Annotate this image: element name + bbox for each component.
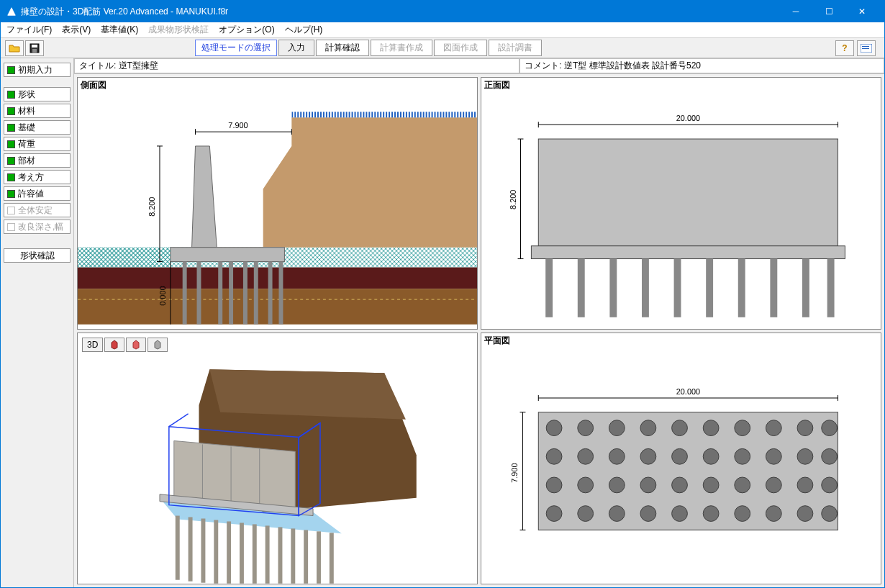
card-icon <box>861 44 872 53</box>
view-3d[interactable]: 3D <box>77 333 478 585</box>
sidebar-foundation[interactable]: 基礎 <box>4 120 71 135</box>
view-front[interactable]: 正面図 20.000 8.200 <box>481 77 881 330</box>
svg-point-99 <box>546 477 562 493</box>
svg-point-88 <box>822 420 838 435</box>
svg-point-92 <box>640 448 656 464</box>
svg-point-106 <box>766 477 781 493</box>
dim-plan-height: 7.900 <box>510 463 519 482</box>
menu-verify: 成果物形状検証 <box>148 24 209 36</box>
sidebar-shape[interactable]: 形状 <box>4 87 71 101</box>
svg-rect-32 <box>538 139 838 246</box>
view-front-label: 正面図 <box>484 79 510 91</box>
info-button[interactable] <box>857 40 876 56</box>
svg-point-79 <box>546 420 562 435</box>
mode-label: 処理モードの選択 <box>195 40 277 56</box>
sidebar-improve: 改良深さ,幅 <box>4 220 71 234</box>
cube-red-icon <box>109 340 119 350</box>
svg-point-83 <box>672 420 688 435</box>
svg-point-91 <box>609 448 625 464</box>
menu-view[interactable]: 表示(V) <box>62 24 91 36</box>
svg-point-117 <box>797 505 813 521</box>
svg-point-86 <box>766 420 781 435</box>
svg-point-100 <box>578 477 594 493</box>
svg-marker-54 <box>209 369 406 419</box>
maximize-button[interactable]: ☐ <box>812 1 845 22</box>
dim-front-height: 8.200 <box>509 190 517 209</box>
info-row: タイトル: 逆T型擁壁 コメント: 逆T型 標準設計数値表 設計番号520 <box>74 58 884 74</box>
svg-marker-52 <box>155 340 160 349</box>
3d-view3-button[interactable] <box>148 338 168 352</box>
3d-view1-button[interactable] <box>104 338 124 352</box>
toolbar: 処理モードの選択 入力 計算確認 計算書作成 図面作成 設計調書 ? <box>1 38 884 58</box>
svg-point-109 <box>546 505 562 521</box>
view-side[interactable]: 側面図 <box>77 77 478 330</box>
svg-point-90 <box>578 448 594 464</box>
mode-input[interactable]: 入力 <box>278 40 314 56</box>
menu-file[interactable]: ファイル(F) <box>6 24 52 36</box>
sidebar-confirm[interactable]: 形状確認 <box>4 248 71 263</box>
minimize-button[interactable]: ─ <box>779 1 812 22</box>
floppy-icon <box>30 43 40 53</box>
svg-point-98 <box>822 448 838 464</box>
svg-point-116 <box>766 505 781 521</box>
menu-criteria[interactable]: 基準値(K) <box>101 24 138 36</box>
view-plan[interactable]: 平面図 20.000 7.900 <box>481 333 881 585</box>
svg-point-97 <box>797 448 813 464</box>
svg-point-93 <box>672 448 688 464</box>
svg-point-87 <box>797 420 813 435</box>
titlebar: 擁壁の設計・3D配筋 Ver.20 Advanced - MANUKUI.f8r… <box>1 1 884 22</box>
svg-point-115 <box>735 505 750 521</box>
title-value: 逆T型擁壁 <box>119 60 158 72</box>
svg-point-102 <box>640 477 656 493</box>
title-label: タイトル: <box>79 60 116 72</box>
svg-marker-51 <box>133 340 139 349</box>
comment-value: 逆T型 標準設計数値表 設計番号520 <box>564 60 701 72</box>
svg-point-118 <box>822 505 838 521</box>
svg-point-111 <box>609 505 625 521</box>
save-button[interactable] <box>25 40 44 56</box>
svg-point-85 <box>735 420 750 435</box>
dim-side-width: 7.900 <box>228 121 248 130</box>
svg-marker-11 <box>196 117 477 258</box>
sidebar-global: 全体安定 <box>4 203 71 217</box>
window-title: 擁壁の設計・3D配筋 Ver.20 Advanced - MANUKUI.f8r <box>21 6 779 18</box>
svg-point-105 <box>735 477 750 493</box>
sidebar-member[interactable]: 部材 <box>4 153 71 168</box>
svg-point-84 <box>703 420 719 435</box>
folder-open-icon <box>9 43 20 53</box>
sidebar-method[interactable]: 考え方 <box>4 170 71 184</box>
view-plan-label: 平面図 <box>484 335 510 347</box>
svg-point-103 <box>672 477 688 493</box>
svg-point-80 <box>578 420 594 435</box>
svg-point-114 <box>703 505 719 521</box>
menu-help[interactable]: ヘルプ(H) <box>285 24 323 36</box>
comment-label: コメント: <box>525 60 561 72</box>
mode-design-report: 設計調書 <box>489 40 542 56</box>
svg-point-95 <box>735 448 750 464</box>
dim-side-height: 8.200 <box>148 197 156 217</box>
mode-calc-check[interactable]: 計算確認 <box>316 40 369 56</box>
svg-point-81 <box>609 420 625 435</box>
close-button[interactable]: ✕ <box>845 1 879 22</box>
dim-side-depth: 0.000 <box>158 286 167 305</box>
svg-rect-1 <box>32 45 37 48</box>
sidebar-allowable[interactable]: 許容値 <box>4 186 71 201</box>
help-icon: ? <box>842 43 847 53</box>
open-button[interactable] <box>5 40 24 56</box>
help-button[interactable]: ? <box>835 40 854 56</box>
sidebar-initial[interactable]: 初期入力 <box>4 63 71 77</box>
sidebar-material[interactable]: 材料 <box>4 104 71 118</box>
dim-front-width: 20.000 <box>676 114 700 122</box>
cube-red2-icon <box>131 340 141 350</box>
3d-view2-button[interactable] <box>126 338 146 352</box>
svg-point-112 <box>640 505 656 521</box>
svg-point-107 <box>797 477 813 493</box>
svg-marker-50 <box>112 340 117 349</box>
view-side-label: 側面図 <box>81 79 106 91</box>
dim-plan-width: 20.000 <box>676 387 700 396</box>
svg-marker-13 <box>192 146 217 248</box>
sidebar-load[interactable]: 荷重 <box>4 137 71 151</box>
3d-label-button[interactable]: 3D <box>82 338 103 352</box>
menu-option[interactable]: オプション(O) <box>219 24 274 36</box>
cube-gray-icon <box>153 340 163 350</box>
